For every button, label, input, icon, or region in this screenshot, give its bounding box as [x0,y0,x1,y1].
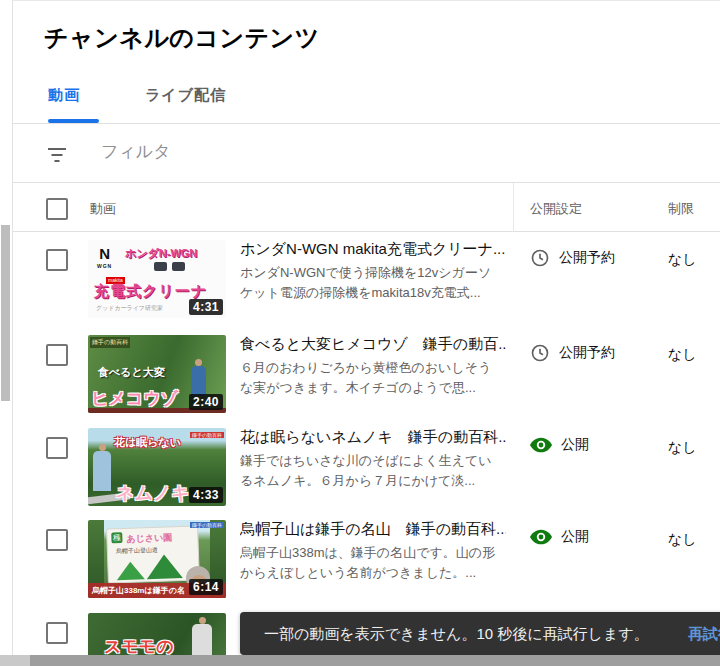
visibility-label: 公開予約 [559,249,615,267]
video-description: ６月のおわりごろから黄橙色のおいしそうな実がつきます。木イチゴのようで思... [240,358,504,398]
visibility-label: 公開 [561,528,589,546]
restrictions-value: なし [668,439,697,457]
column-header-restrictions[interactable]: 制限 [668,200,694,218]
column-header-video: 動画 [90,200,116,218]
tab-live-streams[interactable]: ライブ配信 [145,86,226,105]
restrictions-value: なし [668,346,697,364]
column-header-visibility[interactable]: 公開設定 [530,200,582,218]
thumbnail-text: 食べると大変 [98,365,165,380]
video-description: 鎌手ではちいさな川のそばによく生えているネムノキ。６月から７月にかけて淡... [240,451,504,491]
divider [12,123,720,124]
video-title[interactable]: ホンダN-WGN makita充電式クリーナ... [240,240,506,259]
row-checkbox[interactable] [46,437,68,459]
mountain-graphic [146,554,183,579]
select-all-checkbox[interactable] [46,198,68,220]
thumbnail-logo: NWGN [97,247,112,273]
row-checkbox[interactable] [46,249,68,271]
video-title[interactable]: 食べると大変ヒメコウゾ 鎌手の動百... [240,335,506,354]
restrictions-value: なし [668,531,697,549]
vacuum-graphic [154,262,167,271]
video-description: ホンダN-WGNで使う掃除機を12vシガーソケット電源の掃除機をmakita18… [240,263,504,303]
vacuum-graphic [172,262,185,271]
person-graphic [93,444,111,491]
thumbnail-text: ホンダN-WGN [125,246,197,261]
duration-badge: 6:14 [189,579,223,595]
thumbnail-badge: 鎌手の動百科 [90,337,130,348]
video-row: 種 あじさい園 烏帽子山登山道 烏帽子山338mは鎌手の名 鎌手の動百科 6:1… [12,512,720,606]
page-title: チャンネルのコンテンツ [44,22,320,54]
restrictions-value: なし [668,251,697,269]
video-thumbnail[interactable]: 鎌手の動百科 花は眠らない ネムノキ 4:33 [88,428,226,506]
horizontal-scrollbar-thumb[interactable] [30,655,720,666]
clock-icon [530,343,550,363]
thumbnail-text: 花は眠らない [114,435,181,450]
thumbnail-text: ヒメコウゾ [91,387,178,410]
row-checkbox[interactable] [46,344,68,366]
vertical-scrollbar-thumb[interactable] [1,225,10,401]
thumbnail-text: ネムノキ [116,481,190,505]
duration-badge: 4:31 [189,299,223,315]
eye-icon [530,529,552,545]
filter-input[interactable] [99,141,483,163]
duration-badge: 2:40 [189,394,223,410]
visibility-status: 公開 [530,528,589,546]
eye-icon [530,437,552,453]
clock-icon [530,248,550,268]
row-checkbox[interactable] [46,529,68,551]
video-row: NWGN ホンダN-WGN makita 充電式クリーナ グッドカーライフ研究家… [12,232,720,328]
video-thumbnail[interactable]: 鎌手の動百科 食べると大変 ヒメコウゾ 2:40 [88,335,226,413]
video-description: 烏帽子山338mは、鎌手の名山です。山の形からえぼしという名前がつきました。..… [240,543,504,583]
person-graphic [191,359,206,396]
visibility-label: 公開予約 [559,344,615,362]
video-thumbnail[interactable]: NWGN ホンダN-WGN makita 充電式クリーナ グッドカーライフ研究家… [88,240,226,318]
video-row: 鎌手の動百科 食べると大変 ヒメコウゾ 2:40 食べると大変ヒメコウゾ 鎌手の… [12,327,720,421]
visibility-status: 公開予約 [530,248,615,268]
video-title[interactable]: 烏帽子山は鎌手の名山 鎌手の動百科... [240,520,506,539]
thumbnail-caption: グッドカーライフ研究家 [96,304,163,313]
mountain-graphic [116,561,145,580]
duration-badge: 4:33 [189,487,223,503]
video-thumbnail[interactable]: 種 あじさい園 烏帽子山登山道 烏帽子山338mは鎌手の名 鎌手の動百科 6:1… [88,520,226,598]
vertical-scrollbar[interactable] [0,0,13,666]
retry-link[interactable]: 再試行 [688,612,720,655]
row-checkbox[interactable] [46,622,68,644]
visibility-status: 公開 [530,436,589,454]
thumbnail-badge: 鎌手の動百科 [190,432,224,438]
thumbnail-badge: 鎌手の動百科 [190,522,224,528]
video-title[interactable]: 花は眠らないネムノキ 鎌手の動百科... [240,428,506,447]
video-row: 鎌手の動百科 花は眠らない ネムノキ 4:33 花は眠らないネムノキ 鎌手の動百… [12,420,720,513]
filter-icon[interactable] [46,147,68,163]
visibility-status: 公開予約 [530,343,615,363]
visibility-label: 公開 [561,436,589,454]
tab-videos[interactable]: 動画 [48,86,80,105]
sign-title: あじさい園 [126,531,172,546]
horizontal-scrollbar[interactable] [0,655,720,666]
toast-notification: 一部の動画を表示できません。10 秒後に再試行します。 再試行 [240,612,720,655]
sign-stamp: 種 [111,532,122,543]
channel-content-page: { "colors": { "accent": "#1a73e8", "publ… [0,0,720,666]
toast-message: 一部の動画を表示できません。10 秒後に再試行します。 [264,612,649,655]
person-graphic [192,617,212,660]
content-area: チャンネルのコンテンツ 動画 ライブ配信 動画 公開設定 制限 NWGN ホンダ… [12,0,720,666]
divider [12,182,720,183]
